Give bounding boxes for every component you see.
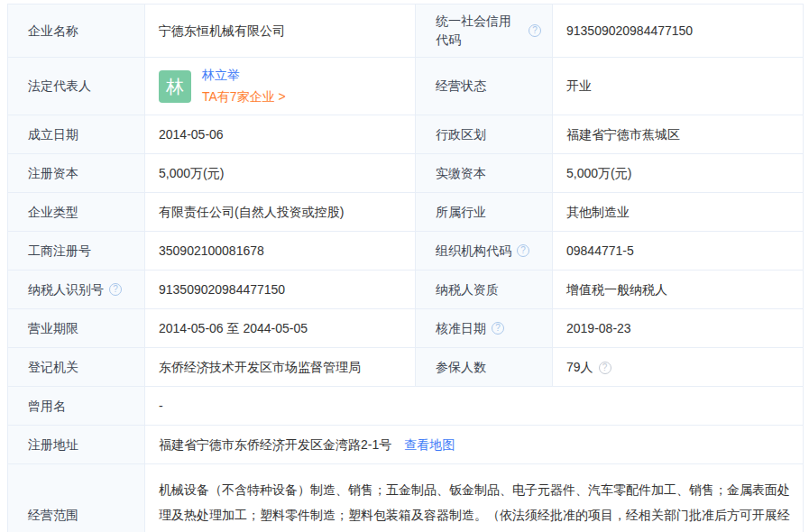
help-icon[interactable]: ? [599,362,611,374]
field-value-region: 福建省宁德市蕉城区 [553,115,804,154]
field-value-reg-address: 福建省宁德市东侨经济开发区金湾路2-1号查看地图 [145,426,804,464]
legal-rep-name-link[interactable]: 林立举 [202,66,286,85]
help-icon[interactable]: ? [529,24,541,37]
table-row: 工商注册号 350902100081678 组织机构代码? 09844771-5 [8,232,804,271]
field-value-business-term: 2014-05-06 至 2044-05-05 [145,309,416,348]
field-label-credit-code: 统一社会信用代码? [416,5,553,58]
field-label-text: 纳税人识别号 [28,280,104,299]
table-row: 企业名称 宁德东恒机械有限公司 统一社会信用代码? 91350902098447… [8,5,804,58]
field-label-business-term: 营业期限 [8,309,145,348]
field-value-credit-code: 913509020984477150 [553,5,804,58]
insured-count-text: 79人 [566,360,593,374]
legal-rep-related-companies-link[interactable]: TA有7家企业 > [202,87,286,106]
table-row: 注册地址 福建省宁德市东侨经济开发区金湾路2-1号查看地图 [8,426,804,464]
field-label-business-scope: 经营范围 [8,464,145,532]
field-label-reg-address: 注册地址 [8,426,145,464]
field-label-region: 行政区划 [416,115,553,154]
field-label-status: 经营状态 [416,58,553,115]
field-value-former-name: - [145,387,804,426]
field-value-reg-number: 350902100081678 [145,232,416,271]
table-row: 经营范围 机械设备（不含特种设备）制造、销售；五金制品、钣金制品、电子元器件、汽… [8,464,804,532]
field-label-text: 核准日期 [436,319,486,338]
view-map-link[interactable]: 查看地图 [404,437,455,452]
table-row: 成立日期 2014-05-06 行政区划 福建省宁德市蕉城区 [8,115,804,154]
field-label-reg-authority: 登记机关 [8,348,145,387]
field-label-org-code: 组织机构代码? [416,232,553,271]
field-label-taxpayer-id: 纳税人识别号? [8,271,145,309]
field-label-approval-date: 核准日期? [416,309,553,348]
field-label-paid-capital: 实缴资本 [416,154,553,193]
field-value-company-name: 宁德东恒机械有限公司 [145,5,416,58]
field-value-taxpayer-id: 913509020984477150 [145,271,416,309]
field-value-company-type: 有限责任公司(自然人投资或控股) [145,193,416,232]
field-value-taxpayer-qualification: 增值税一般纳税人 [553,271,804,309]
field-label-company-name: 企业名称 [8,5,145,58]
table-row: 企业类型 有限责任公司(自然人投资或控股) 所属行业 其他制造业 [8,193,804,232]
field-label-insured-count: 参保人数 [416,348,553,387]
field-value-legal-rep: 林 林立举 TA有7家企业 > [145,58,416,115]
field-label-taxpayer-qualification: 纳税人资质 [416,271,553,309]
field-value-org-code: 09844771-5 [553,232,804,271]
reg-address-text: 福建省宁德市东侨经济开发区金湾路2-1号 [159,437,391,452]
field-value-status: 开业 [553,58,804,115]
field-value-paid-capital: 5,000万(元) [553,154,804,193]
legal-rep-avatar[interactable]: 林 [159,70,191,103]
field-value-industry: 其他制造业 [553,193,804,232]
table-row: 纳税人识别号? 913509020984477150 纳税人资质 增值税一般纳税… [8,271,804,309]
help-icon[interactable]: ? [109,283,122,296]
help-icon[interactable]: ? [517,244,529,257]
table-row: 曾用名 - [8,387,804,426]
field-value-established: 2014-05-06 [145,115,416,154]
field-value-business-scope: 机械设备（不含特种设备）制造、销售；五金制品、钣金制品、电子元器件、汽车零配件加… [145,464,804,532]
table-row: 法定代表人 林 林立举 TA有7家企业 > 经营状态 开业 [8,58,804,115]
field-value-insured-count: 79人? [553,348,804,387]
field-label-text: 统一社会信用代码 [436,12,523,50]
table-row: 登记机关 东侨经济技术开发区市场监督管理局 参保人数 79人? [8,348,804,387]
field-label-former-name: 曾用名 [8,387,145,426]
field-label-established: 成立日期 [8,115,145,154]
field-label-legal-rep: 法定代表人 [8,58,145,115]
table-row: 注册资本 5,000万(元) 实缴资本 5,000万(元) [8,154,804,193]
field-label-text: 组织机构代码 [436,242,511,261]
field-value-reg-authority: 东侨经济技术开发区市场监督管理局 [145,348,416,387]
field-label-reg-capital: 注册资本 [8,154,145,193]
help-icon[interactable]: ? [492,322,504,335]
company-info-table: 企业名称 宁德东恒机械有限公司 统一社会信用代码? 91350902098447… [7,4,804,532]
field-label-company-type: 企业类型 [8,193,145,232]
field-value-reg-capital: 5,000万(元) [145,154,416,193]
table-row: 营业期限 2014-05-06 至 2044-05-05 核准日期? 2019-… [8,309,804,348]
field-label-industry: 所属行业 [416,193,553,232]
field-value-approval-date: 2019-08-23 [553,309,804,348]
field-label-reg-number: 工商注册号 [8,232,145,271]
